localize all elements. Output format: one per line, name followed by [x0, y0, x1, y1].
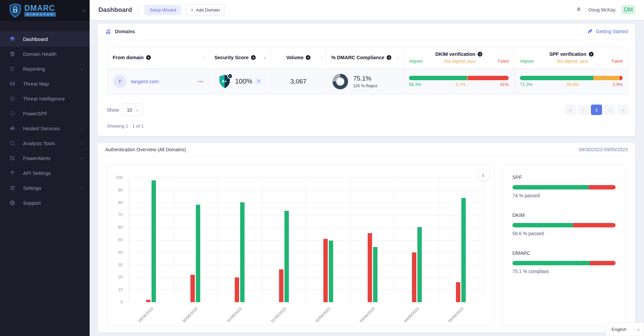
layers-icon: [9, 36, 16, 42]
y-tick-label: 100: [116, 175, 123, 180]
failed-bar[interactable]: [279, 269, 283, 302]
chevron-right-icon: ›: [81, 185, 83, 191]
pagination-button-nav-8249[interactable]: ‹: [578, 105, 589, 115]
summary-item-dkim: DKIM58.6 % passed: [512, 212, 616, 236]
sidebar-item-hosted-services[interactable]: Hosted Services›: [0, 121, 90, 136]
passed-bar[interactable]: [417, 227, 422, 302]
failed-bar[interactable]: [146, 300, 151, 302]
sort-icon[interactable]: ↑↓: [320, 55, 323, 60]
x-tick-label: 30/08/2023: [182, 307, 198, 323]
sidebar-item-label: Support: [23, 200, 41, 206]
auth-date-range[interactable]: 08/30/2023-09/05/2023: [579, 147, 628, 152]
pagination-button-nav-187[interactable]: »: [617, 105, 628, 115]
notifications-bell-icon[interactable]: [575, 6, 582, 14]
col-header-security-score[interactable]: Security Score? ↑↓: [210, 47, 271, 68]
spf-aligned-value: 71.3%: [520, 82, 532, 87]
chart-download-button[interactable]: [478, 169, 489, 181]
pagination-button-nav-8250[interactable]: ›: [604, 105, 615, 115]
api-icon: [9, 170, 16, 176]
summary-item-dmarc: DMARC75.1 % compliant: [512, 250, 616, 274]
col-header-from-domain[interactable]: From domain? ↑↓: [107, 47, 210, 68]
help-icon[interactable]: ?: [306, 55, 310, 60]
row-actions-menu-icon[interactable]: ⋯: [198, 78, 209, 85]
sidebar-item-dashboard[interactable]: Dashboard: [0, 31, 90, 46]
help-icon[interactable]: ?: [387, 55, 391, 60]
main-content: Domains Getting Started From domain? ↑: [90, 20, 644, 336]
spf-segment-failed: [620, 76, 623, 80]
bar-group-02-09-2023: [306, 178, 350, 302]
failed-bar[interactable]: [456, 282, 460, 302]
setup-wizard-button[interactable]: Setup Wizard: [144, 5, 181, 15]
page-size-select[interactable]: 10 ⌄: [122, 104, 143, 116]
topbar-divider: [138, 5, 138, 14]
failed-bar[interactable]: [368, 233, 372, 302]
grid-icon: [9, 155, 16, 161]
help-icon[interactable]: ?: [478, 52, 482, 57]
domains-table: From domain? ↑↓ Security Score? ↑↓ Volum…: [107, 47, 628, 95]
sidebar-item-threat-map[interactable]: Threat Map: [0, 76, 90, 91]
bar-group-01-09-2023: [262, 178, 306, 302]
sidebar-item-label: PowerSPF: [23, 111, 47, 116]
showing-text: Showing 1 - 1 of 1: [98, 116, 635, 136]
passed-bar[interactable]: [196, 205, 200, 302]
col-header-dmarc-compliance[interactable]: % DMARC Compliance? ↑↓: [326, 47, 404, 68]
pagination-button-page-1[interactable]: 1: [591, 105, 602, 115]
sidebar-item-threat-intelligence[interactable]: Threat Intelligence: [0, 91, 90, 106]
sidebar-item-powerspf[interactable]: PowerSPF: [0, 106, 90, 121]
sidebar-item-domain-health[interactable]: Domain Health: [0, 46, 90, 61]
spf-aligned-label: Aligned: [520, 59, 533, 64]
passed-bar[interactable]: [329, 241, 333, 302]
plus-icon: +: [191, 7, 193, 13]
getting-started-link[interactable]: Getting Started: [587, 28, 628, 35]
failed-bar[interactable]: [323, 239, 328, 302]
sidebar-item-api-settings[interactable]: API Settings: [0, 165, 90, 180]
passed-bar[interactable]: [284, 211, 289, 302]
sidebar-item-poweralerts[interactable]: PowerAlerts›: [0, 151, 90, 165]
passed-bar[interactable]: [152, 180, 156, 302]
sidebar-item-support[interactable]: Support: [0, 195, 90, 210]
help-icon[interactable]: ?: [146, 55, 151, 60]
help-icon[interactable]: ?: [589, 52, 594, 57]
show-label: Show: [107, 107, 119, 113]
passed-bar[interactable]: [373, 247, 377, 302]
sort-icon[interactable]: ↑↓: [263, 55, 266, 60]
score-detail-link-icon[interactable]: ↗: [255, 78, 262, 85]
chevron-right-icon: ›: [81, 140, 83, 146]
add-domain-button[interactable]: +Add Domain: [186, 4, 225, 16]
sidebar-item-analysis-tools[interactable]: Analysis Tools›: [0, 136, 90, 151]
page-title: Dashboard: [98, 6, 132, 14]
failed-bar[interactable]: [190, 275, 195, 302]
security-score-shield-icon: A+ ✓: [218, 74, 231, 89]
passed-bar[interactable]: [240, 202, 245, 302]
spf-not-aligned-label: Not aligned, pass: [557, 59, 589, 64]
sidebar-item-reporting[interactable]: Reporting›: [0, 61, 90, 76]
sidebar-item-settings[interactable]: Settings›: [0, 180, 90, 195]
bar-group-03-09-2023: [350, 178, 395, 302]
user-name[interactable]: Doug McKay: [588, 7, 615, 13]
y-tick-label: 20: [118, 275, 123, 279]
sort-icon[interactable]: ↑↓: [203, 55, 205, 60]
y-tick-label: 50: [118, 238, 123, 242]
failed-bar[interactable]: [235, 277, 239, 302]
bar-chart-icon: [105, 28, 112, 35]
col-header-volume[interactable]: Volume? ↑↓: [271, 47, 326, 68]
bar-group-31-08-2023: [218, 178, 262, 302]
summary-bar: [512, 223, 616, 227]
summary-label: DKIM: [512, 212, 616, 218]
summary-caption: 74 % passed: [512, 193, 616, 198]
logo-shield-icon: [9, 3, 22, 18]
search-icon: [9, 140, 16, 147]
language-selector[interactable]: English ›: [606, 322, 644, 336]
failed-bar[interactable]: [412, 252, 416, 302]
y-tick-label: 60: [118, 225, 123, 230]
domain-link[interactable]: tangent.com: [131, 79, 159, 84]
pagination-button-nav-171[interactable]: «: [565, 105, 576, 115]
avatar[interactable]: DM: [622, 5, 635, 15]
sidebar-collapse-icon[interactable]: «: [82, 6, 86, 14]
bar-group-04-09-2023: [395, 178, 439, 302]
help-icon[interactable]: ?: [251, 55, 256, 60]
dkim-aligned-label: Aligned: [409, 59, 422, 64]
sort-icon[interactable]: ↑↓: [396, 55, 398, 60]
spf-segment-aligned: [520, 76, 593, 80]
passed-bar[interactable]: [461, 198, 466, 302]
